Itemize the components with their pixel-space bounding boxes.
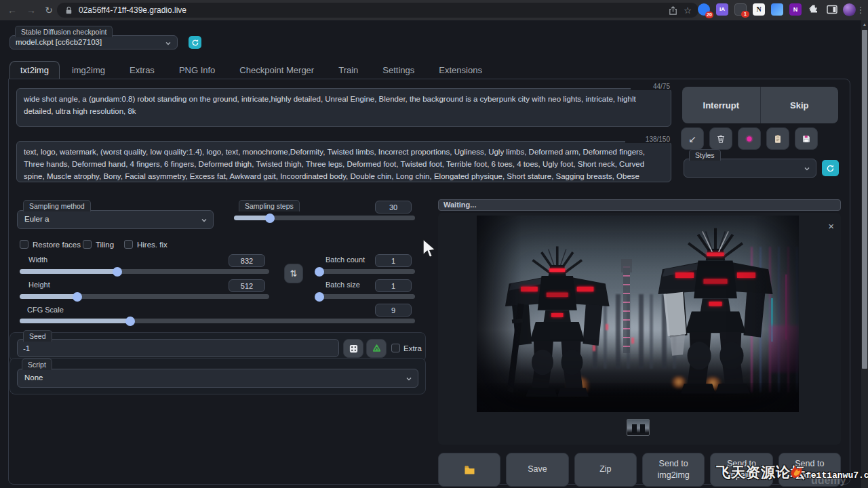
extension-icons: 20 IA 1 N N <box>698 3 838 16</box>
checkpoint-dropdown[interactable]: model.ckpt [cc6cb27103] <box>9 35 178 49</box>
styles-dropdown[interactable] <box>684 159 816 178</box>
slider-fill <box>20 269 117 274</box>
flower-card-icon <box>745 134 754 144</box>
swap-dimensions-button[interactable]: ⇅ <box>284 264 303 283</box>
url-text: 02a56ff4-71ff-439e.gradio.live <box>79 5 663 15</box>
gallery-thumbnail[interactable] <box>627 419 650 436</box>
extension-ia-icon[interactable]: IA <box>716 3 728 16</box>
back-icon[interactable]: ← <box>5 0 19 20</box>
mouse-cursor <box>422 239 437 259</box>
bookmark-star-icon[interactable]: ☆ <box>684 5 692 16</box>
extension-onenote-icon[interactable]: N <box>789 3 802 16</box>
lock-icon <box>64 5 74 16</box>
slider-handle[interactable] <box>315 292 324 302</box>
slider-handle[interactable] <box>315 267 324 277</box>
slider-handle[interactable] <box>73 292 82 302</box>
restore-faces-checkbox[interactable] <box>20 240 28 249</box>
tab-img2img[interactable]: img2img <box>60 62 117 79</box>
close-icon[interactable]: × <box>828 221 834 231</box>
refresh-icon <box>826 164 835 173</box>
hires-fix-checkbox[interactable] <box>124 240 133 249</box>
cfg-scale-input[interactable] <box>375 304 412 317</box>
paste-params-button[interactable]: ↙ <box>681 127 704 150</box>
extra-seed-label: Extra <box>403 344 422 352</box>
slider-handle[interactable] <box>265 214 275 223</box>
prompt-input[interactable]: wide shot angle, a (gundam:0.8) robot st… <box>16 88 671 127</box>
slider-handle[interactable] <box>125 317 135 326</box>
seed-label: Seed <box>23 330 52 342</box>
negative-prompt-input[interactable]: text, logo, watermark, (worst quality, l… <box>16 141 671 182</box>
prompt-token-counter: 44/75 <box>631 83 673 90</box>
styles-refresh-button[interactable] <box>822 160 839 176</box>
tab-txt2img[interactable]: txt2img <box>9 61 60 79</box>
height-slider[interactable] <box>20 294 269 299</box>
slider-fill <box>317 294 319 299</box>
batch-count-slider[interactable] <box>317 269 415 274</box>
sampling-method-dropdown[interactable]: Euler a <box>17 210 214 229</box>
main-tabs: txt2img img2img Extras PNG Info Checkpoi… <box>9 61 494 79</box>
batch-size-input[interactable] <box>375 279 412 292</box>
profile-avatar[interactable] <box>843 3 856 16</box>
reuse-seed-button[interactable] <box>366 339 387 358</box>
seed-input[interactable] <box>17 339 339 357</box>
sampling-steps-slider[interactable] <box>234 216 415 220</box>
checkpoint-value: model.ckpt [cc6cb27103] <box>16 39 102 47</box>
width-input[interactable] <box>229 254 265 267</box>
open-folder-button[interactable] <box>438 453 500 487</box>
save-style-button[interactable] <box>795 127 818 150</box>
extension-image-icon[interactable] <box>771 3 783 16</box>
clear-prompt-button[interactable] <box>709 127 732 150</box>
extensions-puzzle-icon[interactable] <box>808 3 820 16</box>
slider-fill <box>20 294 77 299</box>
browser-toolbar: ← → ↻ 02a56ff4-71ff-439e.gradio.live ☆ 2… <box>0 0 868 20</box>
tab-png-info[interactable]: PNG Info <box>167 62 227 79</box>
restore-faces-label: Restore faces <box>33 241 81 249</box>
tab-extensions[interactable]: Extensions <box>427 62 494 79</box>
refresh-icon <box>191 39 199 47</box>
cfg-scale-slider[interactable] <box>20 319 415 323</box>
extra-seed-checkbox[interactable] <box>391 344 400 352</box>
width-slider[interactable] <box>20 269 269 274</box>
tab-train[interactable]: Train <box>326 62 370 79</box>
width-label: Width <box>28 256 47 264</box>
image-vignette <box>477 216 799 412</box>
extension-blue-icon[interactable]: 20 <box>698 3 710 16</box>
sampling-steps-input[interactable] <box>375 201 412 214</box>
script-label: Script <box>22 359 52 370</box>
scrollbar-thumb[interactable] <box>862 30 867 369</box>
generate-controls: Interrupt Skip <box>682 87 838 123</box>
trash-icon <box>716 134 726 144</box>
zip-button[interactable]: Zip <box>574 453 637 487</box>
skip-button[interactable]: Skip <box>761 87 839 123</box>
forward-icon[interactable]: → <box>24 0 38 20</box>
extra-networks-button[interactable] <box>738 127 761 150</box>
reload-icon[interactable]: ↻ <box>42 0 56 20</box>
slider-handle[interactable] <box>113 267 122 277</box>
checkpoint-refresh-button[interactable] <box>189 36 201 49</box>
script-dropdown[interactable]: None <box>17 369 418 388</box>
extension-notion-icon[interactable]: N <box>753 3 765 16</box>
extension-screenshot-icon[interactable]: 1 <box>734 3 747 16</box>
browser-menu-icon[interactable]: ⋮ <box>856 0 865 20</box>
interrupt-button[interactable]: Interrupt <box>682 87 760 123</box>
negative-prompt-token-counter: 138/150 <box>625 136 673 143</box>
generated-image[interactable] <box>477 216 799 412</box>
send-to-img2img-button[interactable]: Send to img2img <box>642 453 705 487</box>
tiling-checkbox[interactable] <box>83 240 92 249</box>
batch-count-input[interactable] <box>375 254 412 267</box>
apply-styles-button[interactable] <box>766 127 789 150</box>
height-input[interactable] <box>229 279 265 292</box>
share-icon[interactable] <box>668 5 678 16</box>
batch-size-slider[interactable] <box>317 294 415 299</box>
batch-size-label: Batch size <box>326 281 360 289</box>
tab-checkpoint-merger[interactable]: Checkpoint Merger <box>227 62 326 79</box>
clipboard-icon <box>773 134 783 144</box>
address-bar[interactable]: 02a56ff4-71ff-439e.gradio.live ☆ <box>57 3 698 18</box>
save-button[interactable]: Save <box>506 453 568 487</box>
tab-settings[interactable]: Settings <box>370 62 427 79</box>
scroll-up-icon[interactable]: ▲ <box>861 20 868 29</box>
random-seed-button[interactable] <box>343 339 363 358</box>
tab-extras[interactable]: Extras <box>117 62 167 79</box>
sampling-method-label: Sampling method <box>23 200 91 211</box>
side-panel-icon[interactable] <box>826 3 838 16</box>
